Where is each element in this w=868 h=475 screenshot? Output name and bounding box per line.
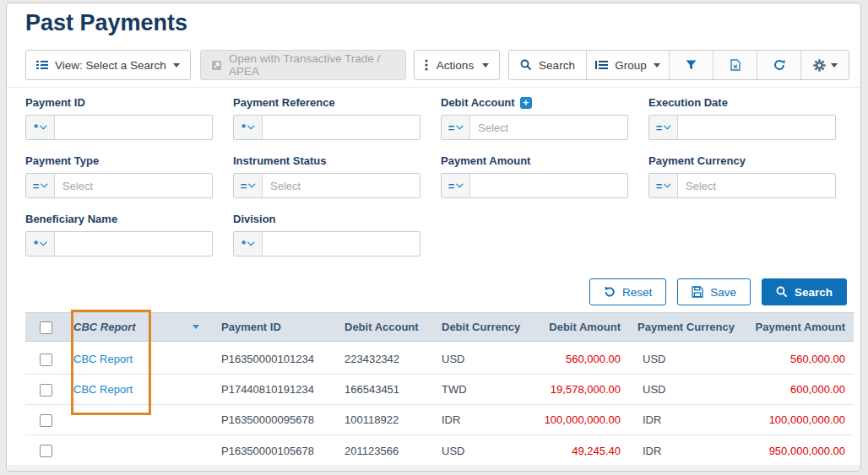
- payment-amount-label: Payment Amount: [441, 154, 628, 167]
- column-header-payment-currency[interactable]: Payment Currency: [629, 321, 743, 333]
- cell-payment-amount: 560,000.00: [743, 353, 854, 365]
- actions-button[interactable]: Actions: [414, 50, 500, 80]
- row-checkbox[interactable]: [40, 445, 52, 457]
- refresh-button[interactable]: [757, 51, 801, 79]
- payment-reference-label: Payment Reference: [233, 96, 420, 109]
- column-header-payment-amount[interactable]: Payment Amount: [743, 321, 854, 333]
- filter-button[interactable]: [670, 51, 713, 79]
- sort-indicator-icon[interactable]: [193, 325, 199, 329]
- table-body: CBC Report P16350000101234 223432342 USD…: [25, 344, 854, 467]
- cbc-report-link[interactable]: CBC Report: [73, 353, 133, 365]
- refresh-icon: [773, 59, 785, 71]
- payment-id-input[interactable]: [55, 116, 212, 139]
- search-button-label: Search: [795, 286, 833, 299]
- search-icon: [776, 286, 788, 298]
- payment-amount-input[interactable]: [470, 174, 627, 197]
- past-payments-panel: Past Payments View: Select a Search Open…: [6, 3, 861, 472]
- payment-type-select[interactable]: [55, 174, 212, 197]
- row-checkbox[interactable]: [40, 414, 52, 427]
- cell-payment-currency: IDR: [629, 413, 743, 426]
- filter-field-execution-date: Execution Date =: [648, 96, 836, 140]
- row-checkbox[interactable]: [40, 354, 52, 366]
- division-operator-dropdown[interactable]: *: [234, 232, 263, 256]
- chevron-down-icon: [456, 122, 463, 129]
- save-floppy-icon: [692, 286, 703, 298]
- table-row: P16350000105678 201123566 USD 49,245.40 …: [25, 435, 854, 466]
- execution-date-operator-dropdown[interactable]: =: [649, 116, 678, 139]
- division-input[interactable]: [263, 232, 420, 256]
- actions-button-label: Actions: [435, 59, 475, 72]
- debit-account-operator-dropdown[interactable]: =: [442, 116, 470, 139]
- execution-date-input[interactable]: [678, 116, 835, 139]
- filter-form: Payment ID * Payment Reference * Debit A…: [25, 96, 836, 256]
- cell-debit-account: 201123566: [336, 445, 433, 457]
- row-checkbox[interactable]: [40, 384, 52, 397]
- add-debit-account-icon[interactable]: +: [520, 97, 532, 109]
- table-row: CBC Report P17440810191234 166543451 TWD…: [25, 375, 854, 405]
- toolbar-search-label: Search: [539, 59, 575, 72]
- gear-icon: [813, 59, 826, 72]
- debit-account-select[interactable]: [470, 116, 627, 139]
- cell-debit-account: 166543451: [336, 383, 433, 396]
- instrument-status-operator-dropdown[interactable]: =: [234, 174, 263, 197]
- column-header-payment-id[interactable]: Payment ID: [213, 321, 336, 333]
- cell-debit-amount: 560,000.00: [524, 353, 629, 365]
- beneficiary-name-input[interactable]: [55, 232, 212, 256]
- search-submit-button[interactable]: Search: [762, 278, 847, 305]
- chevron-down-icon: [664, 181, 670, 187]
- settings-button[interactable]: [801, 51, 849, 79]
- payment-amount-operator-dropdown[interactable]: =: [442, 174, 470, 197]
- payment-id-label: Payment ID: [25, 96, 213, 109]
- instrument-status-select[interactable]: [263, 174, 420, 197]
- group-by-icon: [595, 60, 608, 70]
- export-excel-button[interactable]: [713, 51, 757, 79]
- column-header-debit-amount[interactable]: Debit Amount: [524, 321, 629, 333]
- cell-payment-id: P16350000105678: [213, 445, 336, 457]
- chevron-down-icon: [173, 63, 180, 67]
- reset-button[interactable]: Reset: [589, 278, 666, 305]
- group-button-label: Group: [615, 59, 647, 72]
- payment-currency-operator-dropdown[interactable]: =: [649, 174, 678, 197]
- execution-date-label: Execution Date: [648, 96, 836, 109]
- filter-field-beneficiary-name: Beneficiary Name *: [25, 213, 213, 256]
- payment-currency-label: Payment Currency: [648, 154, 836, 167]
- cell-debit-currency: IDR: [433, 413, 524, 426]
- group-button[interactable]: Group: [587, 51, 670, 79]
- results-table: CBC Report Payment ID Debit Account Debi…: [25, 312, 854, 467]
- save-button[interactable]: Save: [677, 278, 751, 305]
- chevron-down-icon: [247, 239, 254, 246]
- filter-field-payment-reference: Payment Reference *: [233, 96, 420, 140]
- payment-id-operator-dropdown[interactable]: *: [26, 116, 55, 139]
- payment-reference-operator-dropdown[interactable]: *: [234, 116, 263, 139]
- cell-payment-id: P16350000095678: [213, 413, 336, 426]
- excel-file-icon: [730, 59, 741, 71]
- chevron-down-icon: [248, 181, 255, 187]
- view-select-search-button[interactable]: View: Select a Search: [25, 50, 191, 80]
- select-all-checkbox[interactable]: [40, 321, 52, 334]
- payment-currency-select[interactable]: [678, 174, 835, 197]
- horizontal-scrollbar-track[interactable]: [7, 465, 860, 471]
- column-header-cbc-report[interactable]: CBC Report: [65, 321, 213, 333]
- beneficiary-name-operator-dropdown[interactable]: *: [26, 232, 55, 256]
- chevron-down-icon: [654, 63, 660, 67]
- column-header-debit-currency[interactable]: Debit Currency: [433, 321, 524, 333]
- instrument-status-label: Instrument Status: [233, 154, 420, 167]
- payment-reference-input[interactable]: [263, 116, 420, 139]
- filter-field-division: Division *: [233, 213, 420, 256]
- cell-debit-account: 100118922: [336, 413, 433, 426]
- toolbar-button-group: Search Group: [508, 50, 849, 80]
- reset-undo-icon: [604, 286, 616, 298]
- cell-debit-currency: USD: [433, 353, 524, 365]
- chevron-down-icon: [831, 63, 838, 67]
- cbc-report-link[interactable]: CBC Report: [73, 383, 133, 396]
- payment-type-operator-dropdown[interactable]: =: [26, 174, 55, 197]
- list-view-icon: [36, 60, 48, 70]
- table-row: P16350000095678 100118922 IDR 100,000,00…: [25, 405, 854, 435]
- reset-button-label: Reset: [622, 286, 652, 299]
- view-button-label: View: Select a Search: [55, 59, 166, 72]
- toolbar-search-button[interactable]: Search: [509, 51, 587, 79]
- cell-payment-amount: 950,000,000.00: [743, 445, 854, 457]
- save-button-label: Save: [710, 286, 736, 299]
- column-header-debit-account[interactable]: Debit Account: [336, 321, 433, 333]
- cell-payment-id: P16350000101234: [213, 353, 336, 365]
